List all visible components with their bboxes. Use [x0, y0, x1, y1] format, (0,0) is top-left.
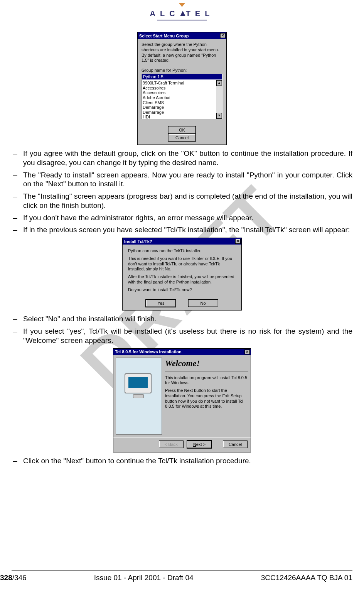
- page-footer: 328/346 Issue 01 - April 2001 - Draft 04…: [0, 574, 364, 582]
- group-name-label: Group name for Python:: [142, 68, 222, 73]
- list-item[interactable]: Démarrage: [143, 110, 221, 115]
- bullet-text: The "Installing" screen appears (progres…: [23, 192, 352, 210]
- titlebar: Select Start Menu Group ✕: [138, 32, 226, 39]
- footer-center: Issue 01 - April 2001 - Draft 04: [94, 574, 194, 582]
- logo-text-b: TEL: [186, 9, 214, 18]
- no-button[interactable]: No: [188, 299, 218, 307]
- group-name-input[interactable]: [142, 74, 222, 80]
- titlebar: Tcl 8.0.5 for Windows Installation ✕: [113, 349, 251, 355]
- wizard-side-image: [116, 358, 162, 435]
- dialog-tcl-wizard: Tcl 8.0.5 for Windows Installation ✕ Wel…: [113, 348, 251, 452]
- dialog-title: Select Start Menu Group: [139, 34, 189, 38]
- cancel-button[interactable]: Cancel: [168, 134, 196, 142]
- bullet-text: If you agree with the default group, cli…: [23, 149, 352, 167]
- wizard-text: This installation program will install T…: [165, 375, 248, 386]
- dialog-text: Do you want to install Tcl/Tk now?: [128, 287, 236, 293]
- close-icon[interactable]: ✕: [244, 349, 250, 354]
- logo-underline: [157, 20, 207, 20]
- dialog-start-menu-group: Select Start Menu Group ✕ Select the gro…: [137, 32, 227, 145]
- logo-wrap: ALCTEL: [12, 4, 352, 20]
- list-item[interactable]: Accessoires: [143, 86, 221, 91]
- divider: [165, 371, 248, 372]
- list-item[interactable]: Accessoires: [143, 90, 221, 95]
- titlebar: Install Tcl/Tk? ✕: [123, 238, 241, 245]
- close-icon[interactable]: ✕: [220, 33, 226, 38]
- dialog-title: Tcl 8.0.5 for Windows Installation: [115, 349, 182, 354]
- bullet: –If you agree with the default group, cl…: [12, 149, 352, 167]
- bullet-text: If you select "yes", Tcl/Tk will be inst…: [23, 327, 352, 345]
- ok-button[interactable]: OK: [168, 126, 196, 134]
- bullet-text: If you don't have the administrator righ…: [23, 213, 352, 223]
- bullet-text: If in the previous screen you have selec…: [23, 225, 352, 235]
- logo-text-a: ALC: [150, 9, 180, 18]
- list-item[interactable]: Client SMS: [143, 100, 221, 105]
- group-listbox[interactable]: 9900LT-Craft Terminal Accessoires Access…: [142, 80, 222, 119]
- bullet: –The "Installing" screen appears (progre…: [12, 192, 352, 210]
- back-button: < Back: [159, 440, 184, 448]
- wizard-text: Press the Next button to start the insta…: [165, 388, 248, 409]
- alcatel-logo: ALCTEL: [150, 4, 214, 18]
- bullet: –If you select "yes", Tcl/Tk will be ins…: [12, 327, 352, 345]
- scroll-up-icon[interactable]: ▲: [216, 80, 222, 86]
- dialog-text: This is needed if you want to use Tkinte…: [128, 256, 236, 272]
- footer-right: 3CC12426AAAA TQ BJA 01: [261, 574, 352, 582]
- dialog-title: Install Tcl/Tk?: [124, 239, 152, 244]
- bullet: –If in the previous screen you have sele…: [12, 225, 352, 235]
- computer-icon: [125, 373, 152, 393]
- bullet: –If you don't have the administrator rig…: [12, 213, 352, 223]
- bullet-text: The "Ready to install" screen appears. N…: [23, 170, 352, 189]
- welcome-heading: Welcome!: [165, 358, 248, 368]
- next-label-rest: ext >: [196, 442, 206, 447]
- logo-triangle-icon: [180, 11, 185, 16]
- dialog-install-tcltk: Install Tcl/Tk? ✕ Python can now run the…: [122, 238, 242, 311]
- bullet: –The "Ready to install" screen appears. …: [12, 170, 352, 189]
- close-icon[interactable]: ✕: [235, 239, 241, 244]
- dialog-text: After the Tcl/Tk installer is finished, …: [128, 274, 236, 285]
- bullet-text: Select "No" and the installation will fi…: [23, 314, 352, 324]
- bullet: –Click on the "Next" button to continue …: [12, 456, 352, 466]
- computer-stand-icon: [133, 394, 144, 398]
- cancel-button[interactable]: Cancel: [223, 440, 248, 448]
- bullet: –Select "No" and the installation will f…: [12, 314, 352, 324]
- yes-button[interactable]: Yes: [146, 299, 176, 307]
- list-item[interactable]: HDI: [143, 115, 221, 119]
- list-item[interactable]: Adobe Acrobat: [143, 95, 221, 100]
- footer-divider: [12, 570, 352, 570]
- list-item[interactable]: Démarrage: [143, 105, 221, 110]
- dialog-text: Python can now run the Tcl/Tk installer.: [128, 248, 236, 254]
- list-item[interactable]: 9900LT-Craft Terminal: [143, 81, 221, 86]
- scroll-down-icon[interactable]: ▼: [216, 113, 222, 119]
- page-number: 328/346: [0, 574, 27, 582]
- bullet-text: Click on the "Next" button to continue t…: [23, 456, 352, 466]
- dialog-description: Select the group where the Python shortc…: [142, 42, 222, 63]
- scrollbar[interactable]: ▲ ▼: [216, 80, 222, 119]
- next-button[interactable]: Next >: [187, 440, 212, 448]
- page-content: ALCTEL Select Start Menu Group ✕ Select …: [0, 0, 364, 589]
